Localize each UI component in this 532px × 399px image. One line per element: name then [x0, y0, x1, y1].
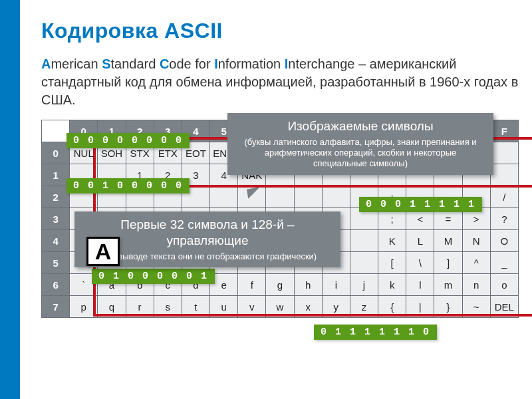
ascii-cell — [294, 186, 322, 208]
bits-label-41: 0 1 0 0 0 0 0 1 — [92, 269, 215, 284]
side-stripe — [0, 0, 20, 399]
initial-c: C — [160, 57, 169, 71]
ascii-cell: ? — [490, 208, 518, 230]
subtitle: American Standard Code for Information I… — [41, 55, 520, 109]
ascii-cell: K — [378, 230, 406, 252]
ascii-cell: M — [434, 230, 462, 252]
ascii-cell — [266, 186, 294, 208]
row-header: 7 — [42, 296, 70, 318]
ascii-cell — [350, 230, 378, 252]
ascii-table-wrap: 0 1 2 3 4 5 6 7 8 9 A B C D E F 0NULSOHS… — [41, 120, 520, 318]
callout-control-title: Первые 32 символа и 128-й – управляющие — [84, 217, 331, 249]
ascii-cell: l — [406, 274, 434, 296]
ascii-cell: h — [294, 274, 322, 296]
ascii-cell: k — [378, 274, 406, 296]
ascii-cell: r — [126, 296, 154, 318]
table-row: 7pqrstuvwxyz{|}~DEL — [42, 296, 519, 318]
ascii-cell — [322, 186, 350, 208]
row-header: 0 — [42, 142, 70, 164]
ascii-cell: z — [350, 296, 378, 318]
row-header: 3 — [42, 208, 70, 230]
corner-cell — [42, 120, 70, 142]
ascii-cell — [490, 164, 518, 186]
ascii-cell: f — [238, 274, 266, 296]
row-header: 1 — [42, 164, 70, 186]
ascii-cell: m — [434, 274, 462, 296]
callout-control-sub: (при выводе текста они не отображаются г… — [84, 251, 331, 262]
ascii-cell: p — [70, 296, 98, 318]
ascii-cell: n — [462, 274, 490, 296]
initial-a: A — [41, 57, 51, 71]
ascii-cell — [490, 142, 518, 164]
col-f: F — [490, 120, 518, 142]
callout-printable-title: Изображаемые символы — [237, 118, 484, 134]
ascii-cell: j — [350, 274, 378, 296]
ascii-cell: s — [154, 296, 182, 318]
row-header: 4 — [42, 230, 70, 252]
ascii-cell — [210, 186, 238, 208]
row-header: 6 — [42, 274, 70, 296]
ascii-cell: u — [210, 296, 238, 318]
bits-label-1f: 0 0 0 1 1 1 1 1 — [359, 197, 482, 212]
ascii-cell: y — [322, 296, 350, 318]
ascii-cell: q — [98, 296, 126, 318]
ascii-cell: _ — [490, 252, 518, 274]
ascii-cell: x — [294, 296, 322, 318]
bits-label-00: 0 0 0 0 0 0 0 0 — [66, 133, 190, 148]
ascii-cell: v — [238, 296, 266, 318]
ascii-cell: L — [406, 230, 434, 252]
ascii-cell: \ — [406, 252, 434, 274]
example-char-box: A — [86, 237, 120, 266]
initial-s: S — [102, 57, 110, 71]
ascii-cell: N — [462, 230, 490, 252]
ascii-cell: t — [182, 296, 209, 318]
bits-label-20: 0 0 1 0 0 0 0 0 — [66, 178, 190, 194]
callout-printable-sub: (буквы латинского алфавита, цифры, знаки… — [237, 137, 484, 170]
callout-printable: Изображаемые символы (буквы латинского а… — [227, 113, 493, 175]
ascii-cell: ] — [434, 252, 462, 274]
row-header: 2 — [42, 186, 70, 208]
ascii-cell — [350, 252, 378, 274]
ascii-cell: } — [434, 296, 462, 318]
ascii-cell: w — [266, 296, 294, 318]
bits-label-7e: 0 1 1 1 1 1 1 0 — [314, 325, 437, 340]
page-title: Кодировка ASCII — [41, 19, 520, 43]
ascii-cell: ~ — [462, 296, 490, 318]
ascii-cell: | — [406, 296, 434, 318]
ascii-cell: ^ — [462, 252, 490, 274]
ascii-cell: o — [490, 274, 518, 296]
ascii-cell: g — [266, 274, 294, 296]
slide-content: Кодировка ASCII American Standard Code f… — [41, 19, 520, 318]
ascii-cell: / — [490, 186, 518, 208]
ascii-cell: DEL — [490, 296, 518, 318]
ascii-cell: i — [322, 274, 350, 296]
row-header: 5 — [42, 252, 70, 274]
ascii-cell: O — [490, 230, 518, 252]
ascii-cell: [ — [378, 252, 406, 274]
ascii-cell: { — [378, 296, 406, 318]
